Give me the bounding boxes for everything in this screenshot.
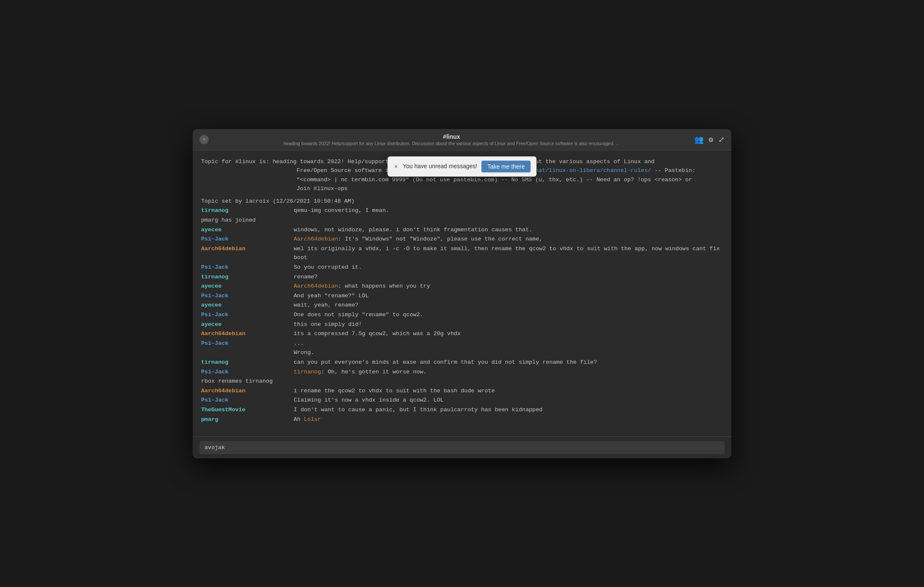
channel-title: #linux <box>209 133 694 140</box>
list-item: Aarch64debian wel its originally a vhdx,… <box>201 244 723 262</box>
msg-text: wait, yeah, rename? <box>294 301 723 310</box>
msg-text: qemu-img converting, I mean. <box>294 206 723 215</box>
list-item: Psi-Jack So you corrupted it. <box>201 263 723 272</box>
nick-ayecee: ayecee <box>201 320 294 329</box>
nick-psijack: Psi-Jack <box>201 291 294 301</box>
mention: tirnanog <box>294 369 321 375</box>
toast-close-button[interactable]: × <box>393 163 398 170</box>
list-item: tirnanog rename? <box>201 272 723 282</box>
nick-aarch64: Aarch64debian <box>201 386 294 396</box>
list-item: ayecee wait, yeah, rename? <box>201 301 723 310</box>
list-item: tirnanog can you put everyone's minds at… <box>201 358 723 367</box>
nick-tirnanog: tirnanog <box>201 206 294 215</box>
msg-text: wel its originally a vhdx, i -c -O to ma… <box>294 244 723 262</box>
list-item: tirnanog qemu-img converting, I mean. <box>201 206 723 215</box>
toast-message: You have unread messages! <box>403 161 477 171</box>
titlebar: ✕ #linux heading towards 2022! Help/supp… <box>193 129 731 151</box>
titlebar-center: #linux heading towards 2022! Help/suppor… <box>209 133 694 146</box>
nick-theguestmovie: TheGuestMovie <box>201 405 294 415</box>
nick-ayecee: ayecee <box>201 282 294 291</box>
system-msg: pmarg has joined <box>201 216 723 225</box>
nick-psijack: Psi-Jack <box>201 368 294 377</box>
nick-aarch64: Aarch64debian <box>201 244 294 262</box>
list-item: ayecee Aarch64debian: what happens when … <box>201 282 723 291</box>
list-item: pmarg has joined <box>201 216 723 225</box>
channel-topic: heading towards 2022! Help/support for a… <box>209 141 694 146</box>
nick-psijack: Psi-Jack <box>201 263 294 272</box>
nick-ayecee: ayecee <box>201 301 294 310</box>
list-item: Psi-Jack Claiming it's now a vhdx inside… <box>201 396 723 405</box>
msg-text: this one simply did! <box>294 320 723 329</box>
input-bar <box>193 436 731 458</box>
list-item: rbox renames tirnanog <box>201 377 723 386</box>
list-item: Wrong. <box>201 348 723 357</box>
list-item: ayecee this one simply did! <box>201 320 723 329</box>
msg-text: rename? <box>294 272 723 282</box>
list-item: Aarch64debian its a compressed 7.5g qcow… <box>201 329 723 338</box>
list-item: Psi-Jack And yeah "rename?" LOL <box>201 291 723 301</box>
msg-text: So you corrupted it. <box>294 263 723 272</box>
msg-text: And yeah "rename?" LOL <box>294 291 723 301</box>
mention: Lolsr <box>304 416 321 423</box>
mention: Aarch64debian <box>294 283 338 289</box>
nick-psijack: Psi-Jack <box>201 310 294 320</box>
chat-area: × You have unread messages! Take me ther… <box>193 151 731 436</box>
list-item: Aarch64debian i rename the qcow2 to vhdx… <box>201 386 723 396</box>
nick-ayecee: ayecee <box>201 225 294 235</box>
nick-aarch64: Aarch64debian <box>201 329 294 338</box>
msg-text: Claiming it's now a vhdx inside a qcow2.… <box>294 396 723 405</box>
msg-text: Ah Lolsr <box>294 415 723 424</box>
expand-icon[interactable]: ⤢ <box>718 135 725 144</box>
list-item: Psi-Jack tirnanog: Oh, he's gotten it wo… <box>201 368 723 377</box>
topic-set-row: Topic set by lacroix (12/26/2021 10:50:4… <box>201 197 723 206</box>
topic-set-text: Topic set by lacroix (12/26/2021 10:50:4… <box>201 197 723 206</box>
msg-text: One does not simply "rename" to qcow2. <box>294 310 723 320</box>
msg-text: Wrong. <box>294 348 723 357</box>
nick-tirnanog: tirnanog <box>201 272 294 282</box>
system-msg: rbox renames tirnanog <box>201 377 723 386</box>
msg-text: I don't want to cause a panic, but I thi… <box>294 405 723 415</box>
list-item: TheGuestMovie I don't want to cause a pa… <box>201 405 723 415</box>
msg-text: ... <box>294 339 723 348</box>
take-me-there-button[interactable]: Take me there <box>481 161 531 172</box>
unread-toast: × You have unread messages! Take me ther… <box>388 156 536 177</box>
nick-pmarg: pmarg <box>201 415 294 424</box>
msg-text: tirnanog: Oh, he's gotten it worse now. <box>294 368 723 377</box>
nick-psijack: Psi-Jack <box>201 396 294 405</box>
list-item: Psi-Jack Aarch64debian: It's "Windows" n… <box>201 235 723 244</box>
list-item: ayecee windows, not windoze, please. i d… <box>201 225 723 235</box>
list-item: Psi-Jack One does not simply "rename" to… <box>201 310 723 320</box>
chat-window: ✕ #linux heading towards 2022! Help/supp… <box>193 129 731 458</box>
nick-tirnanog: tirnanog <box>201 358 294 367</box>
list-item: pmarg Ah Lolsr <box>201 415 723 424</box>
msg-text: Aarch64debian: what happens when you try <box>294 282 723 291</box>
close-button[interactable]: ✕ <box>199 135 209 144</box>
settings-icon[interactable]: ⚙ <box>709 135 713 144</box>
titlebar-right: 👥 ⚙ ⤢ <box>694 135 725 144</box>
nick-psijack: Psi-Jack <box>201 339 294 348</box>
titlebar-left: ✕ <box>199 135 209 144</box>
close-icon: ✕ <box>202 136 205 143</box>
chat-input[interactable] <box>199 441 725 454</box>
nick-empty <box>201 348 294 357</box>
mention: Aarch64debian <box>294 236 338 242</box>
msg-text: i rename the qcow2 to vhdx to suit with … <box>294 386 723 396</box>
nick-psijack: Psi-Jack <box>201 235 294 244</box>
users-icon[interactable]: 👥 <box>694 135 704 144</box>
msg-text: windows, not windoze, please. i don't th… <box>294 225 723 235</box>
msg-text: can you put everyone's minds at ease and… <box>294 358 723 367</box>
msg-text: its a compressed 7.5g qcow2, which was a… <box>294 329 723 338</box>
msg-text: Aarch64debian: It's "Windows" not "Windo… <box>294 235 723 244</box>
list-item: Psi-Jack ... <box>201 339 723 348</box>
